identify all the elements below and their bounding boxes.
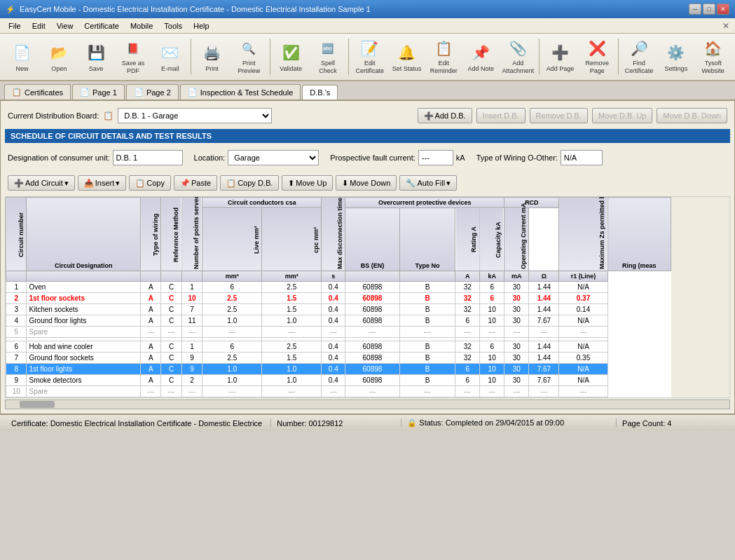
table-cell[interactable]: 2 [181, 375, 202, 386]
table-cell[interactable]: 8 [6, 364, 27, 375]
table-cell[interactable]: 6 [479, 341, 504, 353]
table-cell[interactable]: 30 [504, 353, 529, 364]
table-cell[interactable]: 30 [504, 341, 529, 353]
title-bar-controls[interactable]: ─ □ ✕ [689, 4, 729, 15]
table-cell[interactable]: --- [479, 327, 504, 338]
tab-inspection[interactable]: 📄 Inspection & Test Schedule [180, 84, 301, 100]
designation-input[interactable] [113, 150, 183, 165]
table-cell[interactable]: 1.5 [262, 293, 322, 304]
tab-certificates[interactable]: 📋 Certificates [4, 84, 71, 100]
wiring-input[interactable] [561, 150, 603, 165]
table-cell[interactable]: C [161, 304, 181, 315]
circuit-table-wrap[interactable]: Circuit number Circuit Designation Type … [5, 196, 730, 398]
table-cell[interactable]: --- [141, 386, 161, 397]
table-row[interactable]: 6Hob and wine coolerAC162.50.460898B3263… [6, 341, 671, 353]
menu-mobile[interactable]: Mobile [125, 20, 158, 32]
table-cell[interactable]: 60898 [345, 364, 399, 375]
table-cell[interactable]: 60898 [345, 282, 399, 293]
table-cell[interactable]: 1.44 [529, 304, 559, 315]
edit-certificate-button[interactable]: 📝 Edit Certificate [352, 36, 387, 77]
table-cell[interactable]: Ground floor lights [27, 315, 141, 327]
table-cell[interactable]: --- [399, 386, 455, 397]
table-cell[interactable]: 32 [455, 304, 480, 315]
table-cell[interactable]: --- [181, 327, 202, 338]
table-cell[interactable]: 1.5 [262, 353, 322, 364]
table-cell[interactable]: 7 [181, 304, 202, 315]
table-cell[interactable]: 10 [181, 293, 202, 304]
table-cell[interactable]: 10 [6, 386, 27, 397]
table-row[interactable]: 21st floor socketsAC102.51.50.460898B326… [6, 293, 671, 304]
move-db-up-button[interactable]: Move D.B. Up [592, 108, 652, 123]
table-cell[interactable]: --- [161, 386, 181, 397]
add-circuit-button[interactable]: ➕ Add Circuit ▾ [8, 175, 75, 191]
table-cell[interactable]: B [399, 375, 455, 386]
table-cell[interactable]: 2.5 [202, 353, 262, 364]
table-cell[interactable]: 1.44 [529, 353, 559, 364]
move-down-button[interactable]: ⬇ Move Down [336, 175, 397, 191]
table-cell[interactable]: 0.4 [322, 282, 345, 293]
table-cell[interactable]: --- [479, 386, 504, 397]
table-cell[interactable]: 6 [202, 282, 262, 293]
table-cell[interactable]: 6 [479, 293, 504, 304]
table-row[interactable]: 9Smoke detectorsAC21.01.00.460898B610307… [6, 375, 671, 386]
table-cell[interactable]: 0.37 [559, 293, 607, 304]
table-cell[interactable]: 32 [455, 341, 480, 353]
table-cell[interactable]: B [399, 282, 455, 293]
table-cell[interactable]: 1.0 [262, 375, 322, 386]
table-cell[interactable]: 6 [455, 315, 480, 327]
table-cell[interactable]: 1.0 [262, 364, 322, 375]
table-cell[interactable]: 1.44 [529, 293, 559, 304]
menu-tools[interactable]: Tools [158, 20, 188, 32]
table-cell[interactable]: 60898 [345, 375, 399, 386]
table-cell[interactable]: B [399, 341, 455, 353]
table-cell[interactable]: 60898 [345, 341, 399, 353]
location-select[interactable]: Garage Kitchen Hallway [228, 150, 319, 165]
save-as-pdf-button[interactable]: 📕 Save as PDF [115, 36, 151, 77]
table-cell[interactable]: 60898 [345, 353, 399, 364]
table-cell[interactable]: --- [345, 386, 399, 397]
edit-reminder-button[interactable]: 📋 Edit Reminder [426, 36, 462, 77]
add-page-button[interactable]: ➕ Add Page [542, 36, 578, 77]
table-cell[interactable]: A [141, 315, 161, 327]
copy-button[interactable]: 📋 Copy [129, 175, 171, 191]
move-up-button[interactable]: ⬆ Move Up [282, 175, 333, 191]
maximize-button[interactable]: □ [703, 4, 715, 15]
table-cell[interactable]: A [141, 293, 161, 304]
menu-file[interactable]: File [3, 20, 27, 32]
table-row[interactable]: 4Ground floor lightsAC111.01.00.460898B6… [6, 315, 671, 327]
table-cell[interactable]: 4 [6, 315, 27, 327]
table-row[interactable]: 1OvenAC162.50.460898B326301.44N/A [6, 282, 671, 293]
table-cell[interactable]: 1 [6, 282, 27, 293]
table-cell[interactable]: 0.35 [559, 353, 607, 364]
add-attachment-button[interactable]: 📎 Add Attachment [500, 36, 537, 77]
print-button[interactable]: 🖨️ Print [194, 36, 230, 77]
table-cell[interactable]: --- [322, 386, 345, 397]
table-cell[interactable]: --- [181, 386, 202, 397]
table-cell[interactable]: --- [262, 386, 322, 397]
table-cell[interactable]: --- [529, 386, 559, 397]
table-cell[interactable]: 0.4 [322, 304, 345, 315]
table-cell[interactable]: 2.5 [262, 282, 322, 293]
table-cell[interactable]: 6 [455, 364, 480, 375]
table-cell[interactable]: C [161, 282, 181, 293]
table-cell[interactable]: N/A [559, 375, 607, 386]
table-cell[interactable]: 0.4 [322, 293, 345, 304]
menu-certificate[interactable]: Certificate [78, 20, 125, 32]
table-cell[interactable]: --- [262, 327, 322, 338]
table-cell[interactable]: 30 [504, 364, 529, 375]
table-cell[interactable]: 1.0 [202, 375, 262, 386]
tab-page1[interactable]: 📄 Page 1 [72, 84, 125, 100]
table-cell[interactable]: --- [504, 386, 529, 397]
table-cell[interactable]: 30 [504, 375, 529, 386]
table-cell[interactable]: 0.4 [322, 341, 345, 353]
table-cell[interactable]: C [161, 341, 181, 353]
table-cell[interactable]: 1.5 [262, 304, 322, 315]
table-cell[interactable]: 6 [479, 282, 504, 293]
table-cell[interactable]: C [161, 293, 181, 304]
table-cell[interactable]: 0.4 [322, 315, 345, 327]
table-cell[interactable]: 6 [202, 341, 262, 353]
table-cell[interactable]: 10 [479, 353, 504, 364]
table-row[interactable]: 5Spare----------------------------------… [6, 327, 671, 338]
insert-db-button[interactable]: Insert D.B. [476, 108, 526, 123]
table-cell[interactable]: --- [141, 327, 161, 338]
